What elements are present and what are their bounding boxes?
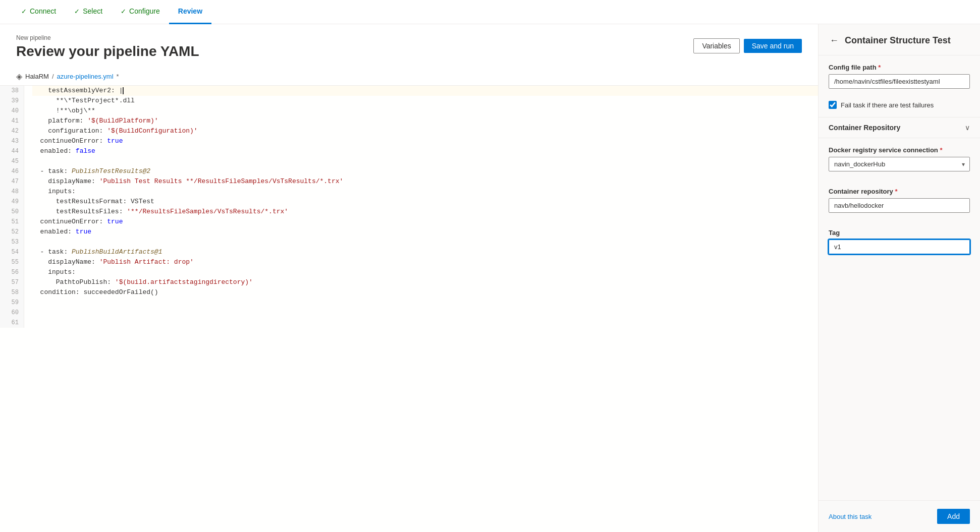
code-line-48: inputs: <box>32 187 818 197</box>
check-icon-connect: ✓ <box>21 8 27 15</box>
config-file-path-section: Config file path * <box>819 55 980 97</box>
container-repo-section: Container repository * <box>819 180 980 221</box>
fail-task-checkbox[interactable] <box>829 101 837 109</box>
page-header-left: New pipeline Review your pipeline YAML <box>16 34 199 60</box>
tag-input[interactable] <box>829 240 970 254</box>
config-file-path-label: Config file path * <box>829 64 970 71</box>
save-run-button[interactable]: Save and run <box>744 39 802 53</box>
code-line-59 <box>32 298 818 308</box>
about-task-link[interactable]: About this task <box>829 513 872 520</box>
code-line-43: continueOnError: true <box>32 136 818 146</box>
code-line-50: testResultsFiles: '**/ResultsFileSamples… <box>32 207 818 217</box>
code-line-55: displayName: 'Publish Artifact: drop' <box>32 257 818 267</box>
code-line-53 <box>32 237 818 247</box>
required-marker-3: * <box>895 188 897 195</box>
nav-step-configure[interactable]: ✓ Configure <box>112 0 169 24</box>
fail-task-checkbox-row: Fail task if there are test failures <box>819 97 980 117</box>
code-line-44: enabled: false <box>32 146 818 156</box>
code-line-45 <box>32 156 818 166</box>
editor-area: New pipeline Review your pipeline YAML V… <box>0 24 819 532</box>
repo-icon: ◈ <box>16 72 22 81</box>
back-button[interactable]: ← <box>829 34 840 47</box>
code-line-46: - task: PublishTestResults@2 <box>32 166 818 176</box>
code-line-51: continueOnError: true <box>32 217 818 227</box>
new-pipeline-label: New pipeline <box>16 34 199 41</box>
check-icon-configure: ✓ <box>121 8 126 15</box>
code-line-58: condition: succeededOrFailed() <box>32 287 818 298</box>
container-repo-label: Container repository * <box>829 188 970 195</box>
breadcrumb-modified: * <box>117 73 119 80</box>
nav-label-connect: Connect <box>30 7 56 15</box>
docker-registry-label: Docker registry service connection * <box>829 146 970 154</box>
page-title: Review your pipeline YAML <box>16 43 199 60</box>
code-line-41: platform: '$(BuildPlatform)' <box>32 116 818 126</box>
chevron-down-icon: ∨ <box>965 124 970 132</box>
code-line-38: testAssemblyVer2: | <box>32 86 818 96</box>
breadcrumb-file[interactable]: azure-pipelines.yml <box>57 73 114 80</box>
nav-label-select: Select <box>83 7 102 15</box>
panel-bottom: About this task Add <box>819 500 980 532</box>
docker-registry-select[interactable]: navin_dockerHub <box>829 157 970 171</box>
nav-label-configure: Configure <box>129 7 160 15</box>
config-file-path-input[interactable] <box>829 74 970 89</box>
nav-step-select[interactable]: ✓ Select <box>65 0 112 24</box>
tag-section: Tag <box>819 221 980 262</box>
nav-label-review: Review <box>178 7 202 15</box>
code-line-39: **\*TestProject*.dll <box>32 96 818 106</box>
panel-spacer <box>819 262 980 500</box>
docker-registry-select-wrapper: navin_dockerHub ▾ <box>829 157 970 171</box>
container-repository-title: Container Repository <box>829 124 900 132</box>
tag-label: Tag <box>829 229 970 237</box>
code-line-61 <box>32 318 818 328</box>
code-line-52: enabled: true <box>32 227 818 237</box>
code-line-54: - task: PublishBuildArtifacts@1 <box>32 247 818 257</box>
code-lines: 3839404142434445464748495051525354555657… <box>0 86 818 328</box>
breadcrumb-separator: / <box>52 73 54 80</box>
nav-step-review[interactable]: Review <box>169 0 211 24</box>
nav-step-connect[interactable]: ✓ Connect <box>12 0 65 24</box>
panel-title: Container Structure Test <box>845 35 951 46</box>
file-breadcrumb: ◈ HalaRM / azure-pipelines.yml * <box>0 68 818 86</box>
breadcrumb-repo[interactable]: HalaRM <box>25 73 49 80</box>
container-repository-section[interactable]: Container Repository ∨ <box>819 117 980 138</box>
code-line-47: displayName: 'Publish Test Results **/Re… <box>32 176 818 187</box>
code-content: testAssemblyVer2: | **\*TestProject*.dll… <box>24 86 818 328</box>
main-layout: New pipeline Review your pipeline YAML V… <box>0 24 980 532</box>
add-button[interactable]: Add <box>937 509 970 524</box>
code-line-40: !**\obj\** <box>32 106 818 116</box>
code-line-56: inputs: <box>32 267 818 277</box>
code-line-60 <box>32 308 818 318</box>
code-editor[interactable]: 3839404142434445464748495051525354555657… <box>0 86 818 532</box>
header-buttons: Variables Save and run <box>693 38 802 53</box>
top-nav: ✓ Connect ✓ Select ✓ Configure Review <box>0 0 980 24</box>
panel-header: ← Container Structure Test <box>819 24 980 55</box>
code-line-57: PathtoPublish: '$(build.artifactstagingd… <box>32 277 818 287</box>
fail-task-label: Fail task if there are test failures <box>841 101 934 109</box>
check-icon-select: ✓ <box>74 8 80 15</box>
right-panel: ← Container Structure Test Config file p… <box>819 24 980 532</box>
required-marker: * <box>878 64 881 71</box>
code-line-42: configuration: '$(BuildConfiguration)' <box>32 126 818 136</box>
variables-button[interactable]: Variables <box>693 38 739 53</box>
code-line-49: testResultsFormat: VSTest <box>32 197 818 207</box>
line-numbers: 3839404142434445464748495051525354555657… <box>0 86 24 328</box>
container-repo-input[interactable] <box>829 198 970 213</box>
docker-registry-section: Docker registry service connection * nav… <box>819 138 980 180</box>
page-header: New pipeline Review your pipeline YAML V… <box>0 24 818 68</box>
required-marker-2: * <box>940 146 942 154</box>
